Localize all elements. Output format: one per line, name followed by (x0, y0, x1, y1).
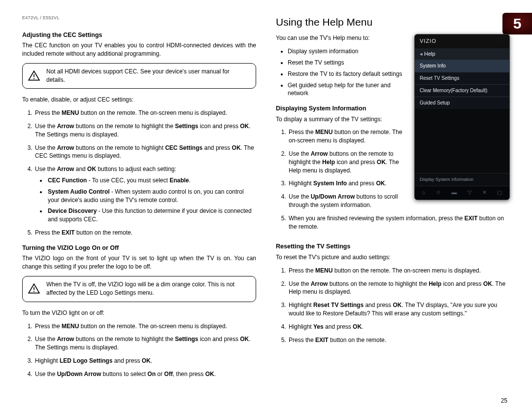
home-icon: ⌂ (422, 189, 426, 196)
p-reset: To reset the TV's picture and audio sett… (276, 253, 510, 262)
model-line: E472VL / E552VL (22, 15, 256, 21)
heading-logo: Turning the VIZIO Logo On or Off (22, 244, 256, 253)
tv-nav-bar: ⌂ ☆ ▬ ▽ ✕ ▢ (415, 186, 509, 200)
list-item: Device Discovery - Use this function to … (47, 207, 256, 224)
list-item: Press the MENU button on the remote. The… (34, 322, 256, 331)
svg-point-3 (33, 291, 34, 292)
tv-screenshot: VIZIO Help System Info Reset TV Settings… (414, 34, 510, 200)
cec-sublist: CEC Function - To use CEC, you must sele… (35, 176, 256, 224)
list-item: Use the Arrow buttons on the remote to h… (34, 144, 256, 161)
p-logo: The VIZIO logo on the front of your TV i… (22, 254, 256, 271)
heading-help: Using the Help Menu (276, 15, 510, 29)
list-item: Highlight Yes and press OK. (288, 323, 510, 331)
note-logo: When the TV is off, the VIZIO logo will … (22, 276, 256, 302)
tv-menu-title: Help (415, 48, 509, 60)
warning-icon (28, 282, 40, 295)
list-item: Use the Arrow buttons on the remote to h… (34, 122, 256, 139)
chapter-number: 5 (513, 15, 522, 32)
list-item: Highlight Reset TV Settings and press OK… (288, 301, 510, 318)
tv-empty-area (415, 109, 509, 173)
heading-reset: Resetting the TV Settings (276, 242, 510, 251)
square-icon: ▢ (497, 189, 502, 196)
list-item: When you are finished reviewing the syst… (288, 214, 510, 231)
warning-icon (28, 69, 40, 82)
page-number: 25 (501, 397, 507, 404)
heading-cec: Adjusting the CEC Settings (22, 31, 256, 40)
tv-brand: VIZIO (415, 34, 509, 48)
list-item: Use the Arrow buttons on the remote to h… (34, 335, 256, 352)
list-item: CEC Function - To use CEC, you must sele… (47, 176, 256, 185)
p-logo-turn: To turn the VIZIO light on or off: (22, 309, 256, 317)
list-item: Use the Arrow and OK buttons to adjust e… (34, 165, 256, 224)
close-icon: ✕ (482, 189, 487, 196)
list-item: Use the Up/Down Arrow buttons to select … (34, 370, 256, 378)
list-item: Press the MENU button on the remote. The… (288, 267, 510, 275)
reset-steps: Press the MENU button on the remote. The… (276, 267, 510, 344)
tv-menu-item: Clear Memory(Factory Default) (415, 84, 509, 97)
note-cec-text: Not all HDMI devices support CEC. See yo… (46, 68, 230, 83)
left-column: E472VL / E552VL Adjusting the CEC Settin… (22, 15, 256, 383)
note-logo-text: When the TV is off, the VIZIO logo will … (46, 281, 234, 296)
tv-menu-item: System Info (415, 60, 509, 72)
p-cec: The CEC function on your TV enables you … (22, 41, 256, 58)
cec-steps: Press the MENU button on the remote. The… (22, 109, 256, 237)
right-column: Using the Help Menu VIZIO Help System In… (276, 15, 510, 383)
bar-icon: ▬ (452, 189, 457, 196)
down-triangle-icon: ▽ (467, 189, 471, 196)
list-item: Use the Arrow buttons on the remote to h… (288, 280, 510, 297)
svg-point-1 (33, 78, 34, 79)
tv-menu-item: Guided Setup (415, 97, 509, 109)
list-item: Press the EXIT button on the remote. (288, 336, 510, 344)
list-item: System Audio Control - When system audio… (47, 188, 256, 205)
note-cec: Not all HDMI devices support CEC. See yo… (22, 63, 256, 89)
list-item: Press the EXIT button on the remote. (34, 229, 256, 237)
star-icon: ☆ (436, 189, 441, 196)
p-cec-enable: To enable, disable, or adjust CEC settin… (22, 96, 256, 104)
list-item: Press the MENU button on the remote. The… (34, 109, 256, 117)
tv-menu-item: Reset TV Settings (415, 72, 509, 84)
list-item: Highlight LED Logo Settings and press OK… (34, 357, 256, 365)
tv-hint: Display System information (415, 173, 509, 186)
logo-steps: Press the MENU button on the remote. The… (22, 322, 256, 378)
